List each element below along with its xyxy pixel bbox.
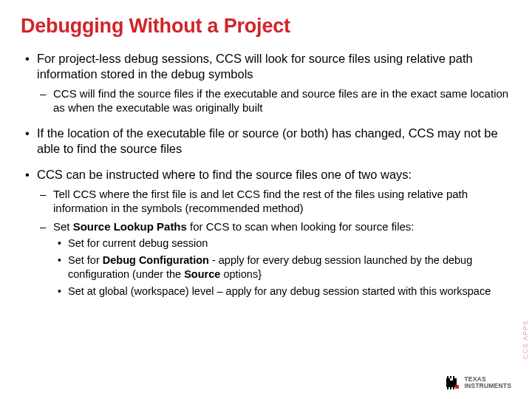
- bullet-1-sub: CCS will find the source files if the ex…: [37, 86, 511, 115]
- ti-logo-text: TEXAS INSTRUMENTS: [464, 376, 511, 389]
- ti-logo-icon: [443, 375, 460, 390]
- bullet-3b2-bold2: Source: [184, 268, 220, 280]
- bullet-1a: CCS will find the source files if the ex…: [37, 86, 511, 115]
- footer: TEXAS INSTRUMENTS: [443, 375, 511, 390]
- bullet-1-text: For project-less debug sessions, CCS wil…: [37, 52, 473, 81]
- bullet-3b2: Set for Debug Configuration - apply for …: [53, 253, 511, 282]
- bullet-3b2-pre: Set for: [68, 254, 103, 266]
- bullet-3b-bold: Source Lookup Paths: [73, 220, 187, 233]
- slide-title: Debugging Without a Project: [21, 15, 511, 38]
- bullet-3b1: Set for current debug session: [53, 236, 511, 250]
- ti-brand-line2: INSTRUMENTS: [464, 383, 511, 389]
- bullet-3: CCS can be instructed where to find the …: [21, 167, 511, 299]
- bullet-1: For project-less debug sessions, CCS wil…: [21, 51, 511, 115]
- bullet-2: If the location of the executable file o…: [21, 126, 511, 157]
- bullet-3b2-post: options}: [220, 268, 262, 280]
- side-label: CCS APPS: [522, 320, 529, 359]
- bullet-list: For project-less debug sessions, CCS wil…: [21, 51, 511, 299]
- bullet-3b: Set Source Lookup Paths for CCS to scan …: [37, 219, 511, 299]
- bullet-3-sub: Tell CCS where the first file is and let…: [37, 187, 511, 299]
- bullet-3b3: Set at global (workspace) level – apply …: [53, 284, 511, 299]
- bullet-3b-post: for CCS to scan when looking for source …: [187, 220, 415, 233]
- bullet-3a: Tell CCS where the first file is and let…: [37, 187, 511, 215]
- bullet-3b-sub: Set for current debug session Set for De…: [53, 236, 511, 298]
- bullet-3-text: CCS can be instructed where to find the …: [37, 168, 412, 181]
- slide: Debugging Without a Project For project-…: [0, 0, 532, 399]
- bullet-3b2-bold1: Debug Configuration: [103, 254, 209, 266]
- bullet-3b-pre: Set: [53, 220, 73, 233]
